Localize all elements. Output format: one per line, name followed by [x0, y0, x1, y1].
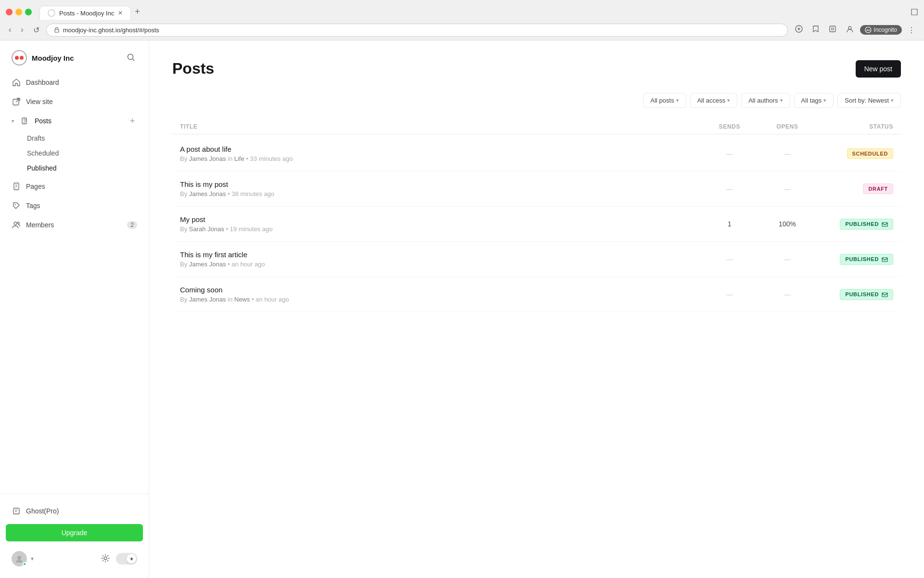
svg-rect-21 [882, 223, 887, 226]
expand-icon [911, 8, 918, 16]
sidebar-item-pages[interactable]: Pages [6, 177, 143, 196]
search-button[interactable] [125, 51, 137, 65]
sidebar-item-members[interactable]: Members 2 [6, 216, 143, 234]
upgrade-button[interactable]: Upgrade [6, 524, 143, 541]
reload-button[interactable]: ↺ [30, 24, 42, 37]
sidebar-item-tags[interactable]: Tags [6, 197, 143, 215]
main-content: Posts New post All posts ▾ All access ▾ … [149, 40, 924, 578]
status-badge: PUBLISHED [840, 289, 893, 300]
svg-point-10 [20, 56, 24, 60]
post-info: My post By Sarah Jonas • 19 minutes ago [180, 215, 701, 233]
ghost-pro-label: Ghost(Pro) [26, 507, 59, 515]
post-category: News [234, 296, 250, 303]
svg-point-17 [17, 222, 19, 224]
chevron-down-icon: ▾ [676, 97, 679, 104]
filter-all-access[interactable]: All access ▾ [690, 93, 738, 108]
address-bar[interactable]: moodjoy-inc.ghost.io/ghost/#/posts [46, 24, 788, 37]
members-badge: 2 [127, 221, 137, 229]
brand[interactable]: Moodjoy Inc [12, 50, 74, 66]
sidebar-item-ghost-pro[interactable]: Ghost(Pro) [6, 502, 143, 520]
chevron-down-icon: ▾ [727, 97, 730, 104]
sidebar-item-dashboard[interactable]: Dashboard [6, 73, 143, 92]
email-icon [882, 221, 888, 227]
new-tab-button[interactable]: + [131, 4, 144, 20]
by-label: By [180, 190, 189, 197]
sidebar-item-posts[interactable]: ▾ Posts + [6, 112, 143, 130]
table-row[interactable]: Coming soon By James Jonas in News • an … [172, 277, 901, 312]
profile-button[interactable] [843, 23, 857, 37]
tab-title: Posts - Moodjoy Inc [59, 10, 114, 17]
post-opens: — [758, 185, 816, 193]
extensions-button[interactable] [792, 23, 806, 37]
sidebar-section-posts: ▾ Posts + Drafts Scheduled Published [6, 112, 143, 175]
add-post-button[interactable]: + [128, 116, 137, 126]
svg-point-20 [104, 557, 107, 560]
filter-sort-by[interactable]: Sort by: Newest ▾ [837, 93, 901, 108]
brand-logo [12, 50, 27, 66]
published-label: PUBLISHED [845, 256, 879, 262]
col-sends: SENDS [701, 123, 758, 130]
by-label: By [180, 296, 189, 303]
post-author: James Jonas [189, 155, 226, 162]
sidebar-item-view-site[interactable]: View site [6, 92, 143, 111]
table-row[interactable]: A post about life By James Jonas in Life… [172, 136, 901, 171]
lock-icon [53, 26, 60, 33]
svg-rect-1 [55, 29, 59, 32]
post-status: DRAFT [816, 184, 893, 194]
sends-value: — [726, 255, 733, 263]
tag-icon [12, 201, 21, 210]
more-button[interactable]: ⋮ [905, 24, 918, 37]
filter-all-posts[interactable]: All posts ▾ [643, 93, 686, 108]
close-dot[interactable] [6, 9, 13, 15]
maximize-dot[interactable] [25, 9, 32, 15]
user-profile[interactable]: ▾ [12, 551, 34, 566]
table-row[interactable]: This is my first article By James Jonas … [172, 242, 901, 277]
post-info: A post about life By James Jonas in Life… [180, 145, 701, 162]
filter-all-authors[interactable]: All authors ▾ [741, 93, 790, 108]
main-header: Posts New post [172, 60, 901, 78]
post-meta-dot: • [246, 155, 250, 162]
chevron-down-icon: ▾ [823, 97, 826, 104]
svg-point-16 [14, 222, 17, 225]
settings-button[interactable] [99, 552, 112, 566]
svg-point-4 [848, 26, 851, 29]
opens-value: — [784, 150, 791, 158]
bottom-actions: ☀ [99, 552, 137, 566]
extensions-puzzle-button[interactable] [825, 23, 840, 37]
brand-name: Moodjoy Inc [32, 54, 74, 62]
post-status: PUBLISHED [816, 219, 893, 230]
post-meta-separator: in [228, 155, 234, 162]
status-badge: DRAFT [863, 184, 893, 194]
back-button[interactable]: ‹ [6, 24, 14, 36]
sends-value: — [726, 150, 733, 158]
by-label: By [180, 261, 189, 268]
new-post-button[interactable]: New post [856, 60, 901, 78]
filter-all-tags[interactable]: All tags ▾ [794, 93, 834, 108]
sidebar-item-scheduled[interactable]: Scheduled [21, 146, 143, 160]
svg-point-15 [15, 204, 16, 205]
post-sends: — [701, 255, 758, 263]
minimize-dot[interactable] [15, 9, 22, 15]
sidebar-item-drafts[interactable]: Drafts [21, 131, 143, 145]
published-label: Published [27, 164, 57, 172]
opens-value: — [784, 185, 791, 193]
by-label: By [180, 155, 189, 162]
svg-point-8 [12, 51, 26, 65]
theme-toggle[interactable]: ☀ [116, 553, 137, 565]
opens-value: — [784, 255, 791, 263]
post-meta-dot: • [228, 261, 231, 268]
bookmark-button[interactable] [809, 23, 822, 37]
svg-point-7 [869, 29, 870, 30]
post-meta-dot: • [252, 296, 256, 303]
post-opens: — [758, 150, 816, 158]
table-row[interactable]: My post By Sarah Jonas • 19 minutes ago … [172, 207, 901, 242]
active-tab[interactable]: Posts - Moodjoy Inc ✕ [39, 6, 131, 20]
avatar [12, 551, 27, 566]
sidebar-item-published[interactable]: Published [21, 161, 143, 175]
ghost-pro-icon [12, 506, 21, 516]
table-row[interactable]: This is my post By James Jonas • 38 minu… [172, 171, 901, 207]
browser-tabs: Posts - Moodjoy Inc ✕ + [39, 4, 144, 20]
col-status: STATUS [816, 123, 893, 130]
forward-button[interactable]: › [18, 24, 26, 36]
tab-close-button[interactable]: ✕ [118, 10, 123, 16]
